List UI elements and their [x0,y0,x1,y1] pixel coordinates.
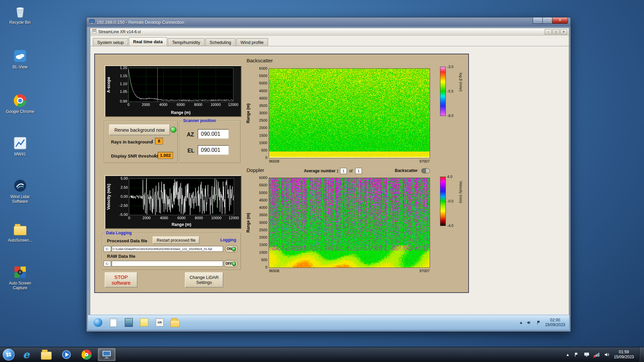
taskbar-rdp-active[interactable] [98,348,115,361]
clock-date: 15/09/2023 [614,355,634,360]
rdp-window: 192.168.0.150 - Remote Desktop Connectio… [86,17,571,332]
desktop-icon-wind-lidar[interactable]: Wind Lidar Software [3,178,37,204]
remote-action-center-flag-icon[interactable] [536,319,542,325]
remote-notepad-icon[interactable] [109,318,118,327]
rdp-minimize-button[interactable]: – [533,17,543,24]
restart-processed-file-button[interactable]: Restart processed file [153,236,200,244]
taskbar-media-player[interactable] [58,348,75,361]
tab-scheduling[interactable]: Scheduling [205,38,235,46]
average-total-value[interactable]: 1 [355,168,362,174]
tabstrip-rule [90,46,569,46]
remote-hidden-icons-chevron[interactable]: ▲ [519,320,523,324]
rays-in-background-value[interactable]: 8 [155,138,163,144]
desktop-icon-label: BL-View [3,65,37,69]
raw-logging-toggle[interactable]: OFF [224,260,238,267]
remote-browser-icon[interactable] [93,318,103,327]
desktop-icon-label: AutoScreen... [3,238,37,243]
doppler-graph [245,175,437,275]
desktop-icon-label: Auto Screen Capture [3,281,37,290]
tabstrip: System setup Real time data Temp/humidit… [93,37,269,46]
mw41-icon [13,136,28,150]
desktop-icon-google-chrome[interactable]: Google Chrome [3,93,37,114]
folder-icon [13,222,28,237]
rays-stepper[interactable]: ▲▼ [151,139,154,143]
app-client: System setup Real time data Temp/humidit… [90,36,569,315]
remote-desktop: StreamLine XR v14-6.vi – ◻ ✕ System setu… [88,27,569,330]
average-number-label: Average number [304,169,335,173]
backscatter-toggle[interactable] [421,168,430,173]
remote-volume-icon[interactable] [526,319,532,325]
backscatter-colorbar-label: log β (m/sr) [459,73,463,92]
change-lidar-settings-button[interactable]: Change LiDAR Settings [185,272,223,288]
taskbar-internet-explorer[interactable]: e [17,348,35,361]
velocity-plot-canvas [105,176,241,228]
el-value-field[interactable]: 090.001 [198,145,229,155]
az-value-field[interactable]: 090.001 [198,129,229,139]
app-titlebar[interactable]: StreamLine XR v14-6.vi – ◻ ✕ [90,28,569,36]
start-button[interactable] [3,349,15,361]
app-window: StreamLine XR v14-6.vi – ◻ ✕ System setu… [90,28,569,315]
doppler-heatmap-canvas [245,175,437,275]
desktop-icon-recycle-bin[interactable]: Recycle Bin [3,4,37,25]
rdp-titlebar[interactable]: 192.168.0.150 - Remote Desktop Connectio… [87,17,571,27]
desktop-icon-autoscreen[interactable]: AutoScreen... [3,222,37,243]
remote-clock[interactable]: 02:00 15/09/2023 [545,318,565,327]
doppler-colorbar-label: Velocity (m/s) [459,181,463,203]
explorer-folder-icon [41,352,52,360]
show-desktop-button[interactable] [639,347,644,362]
desktop-icon-label: Wind Lidar Software [3,194,37,204]
app-maximize-button[interactable]: ◻ [552,29,559,35]
action-center-flag-icon[interactable] [574,352,580,358]
app-minimize-button[interactable]: – [545,29,552,35]
renew-background-button[interactable]: Renew background now [109,124,170,135]
hidden-icons-chevron[interactable]: ▲ [566,353,570,357]
backscatter-colorbar-max: -3.0 [447,65,453,69]
velocity-graph [105,175,241,229]
raw-drive-selector[interactable]: C: [104,261,111,266]
tab-wind-profile[interactable]: Wind profile [236,38,268,46]
tab-system-setup[interactable]: System setup [93,38,128,46]
remote-utility-icon[interactable] [124,318,133,327]
rdp-maximize-button[interactable]: ❐ [543,17,552,24]
average-of-label: of [349,169,353,173]
remote-clock-time: 02:00 [545,318,565,322]
tab-real-time-data[interactable]: Real time data [129,37,167,46]
backscatter-colorbar-mid: -5.5 [447,89,453,93]
average-number-value[interactable]: 1 [340,168,347,174]
remote-folder-icon[interactable] [170,318,180,327]
desktop-icon-label: MW41 [3,152,37,157]
processed-logging-toggle[interactable]: ON [225,245,238,252]
rdp-session-icon[interactable] [584,352,590,358]
tab-temp-humidity[interactable]: Temp/humidity [168,38,205,46]
remote-sticky-notes-icon[interactable] [140,318,149,327]
raw-data-file-path[interactable] [112,261,223,266]
bl-view-icon [13,49,28,63]
taskbar-chrome[interactable] [78,348,95,361]
taskbar: e ▲ 01:5 [0,347,644,362]
taskbar-windows-explorer[interactable] [38,348,55,361]
volume-icon[interactable] [604,352,610,358]
snr-threshold-value[interactable]: 1.002 [158,152,173,159]
background-group: Renew background now Rays in background … [104,121,178,163]
remote-xr-app-icon[interactable]: XR [155,318,164,327]
desktop-icon-bl-view[interactable]: BL-View [3,49,37,69]
raw-data-file-label: RAW Data file [107,254,136,259]
doppler-title: Doppler [247,167,264,173]
rdp-close-button[interactable]: ✕ [552,17,568,24]
processed-drive-selector[interactable]: C: [104,246,111,252]
internet-explorer-icon: e [23,350,29,360]
ascope-graph [105,65,241,117]
remote-clock-date: 15/09/2023 [545,322,565,327]
desktop-icon-mw41[interactable]: MW41 [3,136,37,157]
snr-stepper[interactable]: ▲▼ [154,153,156,158]
average-number-stepper[interactable]: ▲▼ [336,169,339,173]
taskbar-clock[interactable]: 01:59 15/09/2023 [614,350,635,360]
network-icon[interactable] [594,352,600,358]
raw-logging-state: OFF [225,262,232,265]
processed-data-file-path[interactable] [112,246,223,252]
backscatter-graph [245,65,437,165]
desktop-icon-auto-screen-capture[interactable]: Auto Screen Capture [3,265,37,290]
desktop-icon-label: Google Chrome [3,109,37,114]
stop-software-button[interactable]: STOP software [105,272,138,288]
app-close-button[interactable]: ✕ [560,29,567,35]
